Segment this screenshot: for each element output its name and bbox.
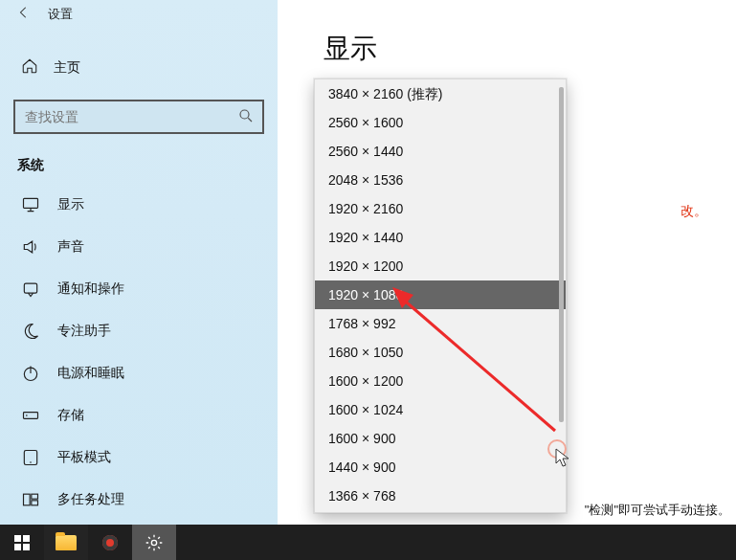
resolution-option[interactable]: 1600 × 1024 <box>315 395 566 424</box>
sidebar-item-home[interactable]: 主页 <box>0 50 278 86</box>
page-title: 显示 <box>323 31 736 67</box>
resolution-list: 3840 × 2160 (推荐)2560 × 16002560 × 144020… <box>315 79 566 512</box>
sidebar-item-label: 平板模式 <box>57 449 111 466</box>
storage-icon <box>21 406 40 425</box>
svg-rect-8 <box>24 494 31 505</box>
svg-point-17 <box>151 540 156 545</box>
notification-icon <box>21 280 40 299</box>
taskbar-settings[interactable] <box>132 525 176 560</box>
scrollbar-thumb[interactable] <box>559 87 564 422</box>
resolution-option[interactable]: 2560 × 1440 <box>315 137 566 166</box>
record-icon <box>102 535 118 550</box>
cursor-icon <box>555 448 572 469</box>
sidebar-item-notify[interactable]: 通知和操作 <box>0 268 278 310</box>
sidebar: 设置 主页 系统 显示声音通知和操作专注助手电源和睡眠存储平板模式多任务处理 <box>0 0 278 525</box>
resolution-option[interactable]: 1366 × 768 <box>315 482 566 510</box>
speaker-icon <box>21 237 40 257</box>
resolution-option[interactable]: 1920 × 1080 <box>315 280 566 309</box>
sidebar-item-label: 存储 <box>57 407 84 424</box>
sidebar-item-label: 通知和操作 <box>57 280 124 298</box>
resolution-option[interactable]: 1920 × 1200 <box>315 252 566 280</box>
svg-rect-10 <box>32 501 38 505</box>
folder-icon <box>56 535 77 550</box>
resolution-option[interactable]: 2048 × 1536 <box>315 166 566 194</box>
sidebar-item-label: 声音 <box>57 238 84 256</box>
resolution-option[interactable]: 1920 × 1440 <box>315 223 566 252</box>
resolution-option[interactable]: 1768 × 992 <box>315 309 566 338</box>
svg-rect-4 <box>24 413 38 419</box>
taskbar <box>0 525 736 560</box>
window-title: 设置 <box>48 6 73 23</box>
sidebar-item-tablet[interactable]: 平板模式 <box>0 437 278 479</box>
search-input[interactable] <box>13 100 264 134</box>
sidebar-item-label: 专注助手 <box>57 323 111 340</box>
svg-rect-15 <box>14 544 21 550</box>
tablet-icon <box>21 448 40 467</box>
svg-point-5 <box>26 414 28 416</box>
resolution-option[interactable]: 3840 × 2160 (推荐) <box>315 79 566 108</box>
sidebar-item-label: 显示 <box>57 196 84 213</box>
truncated-red-text: 改。 <box>680 203 707 220</box>
svg-rect-16 <box>23 544 30 550</box>
sidebar-section-system: 系统 <box>17 157 278 174</box>
taskbar-explorer[interactable] <box>44 525 88 560</box>
titlebar: 设置 <box>0 0 278 33</box>
sidebar-item-focus[interactable]: 专注助手 <box>0 310 278 352</box>
home-icon <box>21 57 38 78</box>
resolution-option[interactable]: 1600 × 900 <box>315 424 566 453</box>
svg-point-0 <box>240 110 249 119</box>
search-icon <box>237 107 255 128</box>
gear-icon <box>145 533 164 552</box>
sidebar-item-power[interactable]: 电源和睡眠 <box>0 352 278 394</box>
resolution-option[interactable]: 1600 × 1200 <box>315 367 566 395</box>
resolution-option[interactable]: 1440 × 900 <box>315 453 566 482</box>
moon-icon <box>21 322 40 341</box>
back-icon[interactable] <box>17 6 31 23</box>
svg-rect-14 <box>23 535 30 542</box>
sidebar-item-multitask[interactable]: 多任务处理 <box>0 479 278 521</box>
svg-rect-2 <box>24 283 36 293</box>
svg-rect-9 <box>32 494 38 499</box>
sidebar-nav: 显示声音通知和操作专注助手电源和睡眠存储平板模式多任务处理 <box>0 184 278 521</box>
sidebar-item-label: 多任务处理 <box>57 491 124 508</box>
sidebar-item-storage[interactable]: 存储 <box>0 394 278 437</box>
sidebar-item-sound[interactable]: 声音 <box>0 226 278 268</box>
multitask-icon <box>21 490 40 509</box>
sidebar-item-display[interactable]: 显示 <box>0 184 278 226</box>
search-wrap <box>13 100 264 134</box>
start-button[interactable] <box>0 525 44 560</box>
taskbar-record[interactable] <box>88 525 132 560</box>
resolution-option[interactable]: 2560 × 1600 <box>315 108 566 137</box>
truncated-hint-text: "检测"即可尝试手动连接。 <box>585 502 730 519</box>
svg-rect-1 <box>24 198 38 208</box>
resolution-dropdown[interactable]: 3840 × 2160 (推荐)2560 × 16002560 × 144020… <box>314 78 567 513</box>
svg-rect-13 <box>14 535 21 542</box>
home-label: 主页 <box>54 59 80 77</box>
resolution-option[interactable]: 1680 × 1050 <box>315 338 566 367</box>
sidebar-item-label: 电源和睡眠 <box>57 365 124 382</box>
power-icon <box>21 364 40 383</box>
svg-point-7 <box>30 461 32 463</box>
resolution-option[interactable]: 1920 × 2160 <box>315 194 566 223</box>
settings-window: 设置 主页 系统 显示声音通知和操作专注助手电源和睡眠存储平板模式多任务处理 显… <box>0 0 736 560</box>
monitor-icon <box>21 195 40 214</box>
